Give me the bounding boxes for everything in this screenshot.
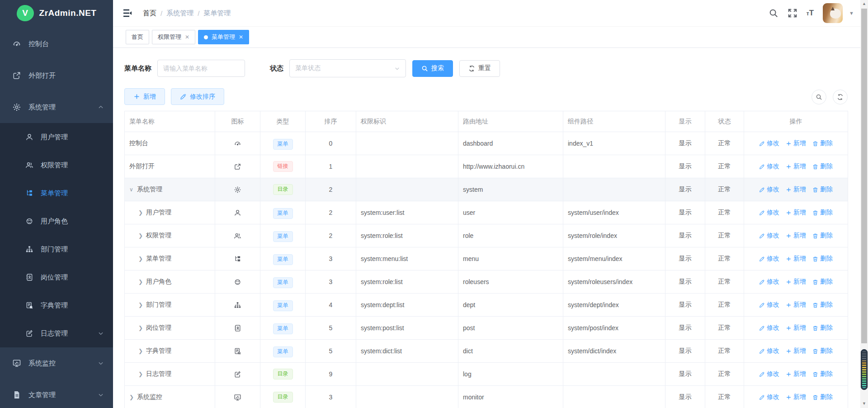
expand-closed-icon[interactable]: ❯ xyxy=(138,325,146,331)
search-icon xyxy=(421,65,428,72)
add-row-link[interactable]: 新增 xyxy=(786,393,806,401)
sidebar-item-doc[interactable]: 文章管理 xyxy=(0,379,113,408)
sidebar-item-tree[interactable]: 菜单管理 xyxy=(0,179,113,207)
expand-closed-icon[interactable]: ❯ xyxy=(138,302,146,308)
edit-row-link[interactable]: 修改 xyxy=(759,162,779,171)
table-search-toggle-icon[interactable] xyxy=(811,90,826,104)
table-header-row: 菜单名称图标类型排序权限标识路由地址组件路径显示状态操作 xyxy=(125,111,848,132)
sort-edit-button[interactable]: 修改排序 xyxy=(171,88,224,105)
add-row-link[interactable]: 新增 xyxy=(786,232,806,240)
add-button[interactable]: 新增 xyxy=(124,88,165,105)
scrollbar-thumb[interactable] xyxy=(861,9,867,343)
sidebar-item-dict[interactable]: 字典管理 xyxy=(0,291,113,319)
add-row-link[interactable]: 新增 xyxy=(786,185,806,194)
user-avatar[interactable] xyxy=(823,3,843,23)
expand-closed-icon[interactable]: ❯ xyxy=(138,256,146,262)
plus-icon xyxy=(786,279,792,285)
add-row-link[interactable]: 新增 xyxy=(786,255,806,263)
trash-icon xyxy=(812,164,818,170)
sidebar-fold-icon[interactable] xyxy=(122,8,133,19)
plus-icon xyxy=(786,348,792,354)
trash-icon xyxy=(812,371,818,377)
edit-row-link[interactable]: 修改 xyxy=(759,139,779,147)
delete-row-link[interactable]: 删除 xyxy=(812,232,833,240)
add-row-link[interactable]: 新增 xyxy=(786,162,806,171)
expand-open-icon[interactable]: ∨ xyxy=(129,186,137,193)
edit-row-link[interactable]: 修改 xyxy=(759,347,779,355)
edit-row-link[interactable]: 修改 xyxy=(759,370,779,378)
menu-name: 字典管理 xyxy=(146,347,171,355)
edit-row-link[interactable]: 修改 xyxy=(759,209,779,217)
expand-closed-icon[interactable]: ❯ xyxy=(138,232,146,239)
menu-status-select[interactable]: 菜单状态 xyxy=(289,59,406,77)
menu-name-input[interactable] xyxy=(157,60,245,77)
edit-row-link[interactable]: 修改 xyxy=(759,232,779,240)
edit-row-link[interactable]: 修改 xyxy=(759,278,779,286)
delete-row-link[interactable]: 删除 xyxy=(812,209,833,217)
reset-button[interactable]: 重置 xyxy=(459,60,500,77)
scroll-down-arrow-icon[interactable]: ▼ xyxy=(860,400,868,407)
add-row-link[interactable]: 新增 xyxy=(786,278,806,286)
refresh-icon xyxy=(468,65,475,72)
delete-row-link[interactable]: 删除 xyxy=(812,347,833,355)
edit-row-link[interactable]: 修改 xyxy=(759,393,779,401)
view-tab[interactable]: 权限管理✕ xyxy=(152,30,195,44)
order-value: 3 xyxy=(306,386,356,408)
search-button[interactable]: 搜索 xyxy=(412,60,453,77)
search-icon[interactable] xyxy=(769,8,778,18)
menu-name-label: 菜单名称 xyxy=(124,64,151,73)
add-row-link[interactable]: 新增 xyxy=(786,139,806,147)
sidebar-item-monitor[interactable]: 系统监控 xyxy=(0,347,113,379)
table-refresh-icon[interactable] xyxy=(833,90,848,104)
delete-row-link[interactable]: 删除 xyxy=(812,139,833,147)
add-row-link[interactable]: 新增 xyxy=(786,209,806,217)
expand-closed-icon[interactable]: ❯ xyxy=(138,348,146,354)
delete-row-link[interactable]: 删除 xyxy=(812,162,833,171)
sidebar-item-external[interactable]: 外部打开 xyxy=(0,60,113,91)
delete-row-link[interactable]: 删除 xyxy=(812,301,833,309)
add-row-link[interactable]: 新增 xyxy=(786,347,806,355)
view-tab[interactable]: 菜单管理✕ xyxy=(198,30,249,44)
sidebar-item-log[interactable]: 日志管理 xyxy=(0,319,113,347)
add-row-link[interactable]: 新增 xyxy=(786,370,806,378)
delete-row-link[interactable]: 删除 xyxy=(812,393,833,401)
edit-row-link[interactable]: 修改 xyxy=(759,255,779,263)
order-value: 5 xyxy=(306,340,356,363)
sidebar-item-gear[interactable]: 系统管理 xyxy=(0,91,113,123)
plus-icon xyxy=(786,210,792,216)
expand-closed-icon[interactable]: ❯ xyxy=(138,279,146,285)
view-tab[interactable]: 首页 xyxy=(126,30,149,44)
sidebar-item-gauge[interactable]: 控制台 xyxy=(0,28,113,60)
edit-row-link[interactable]: 修改 xyxy=(759,301,779,309)
user-menu-caret-icon[interactable]: ▼ xyxy=(849,10,854,16)
add-row-link[interactable]: 新增 xyxy=(786,324,806,332)
sidebar-item-robot[interactable]: 用户角色 xyxy=(0,207,113,235)
delete-row-link[interactable]: 删除 xyxy=(812,255,833,263)
order-value: 2 xyxy=(306,178,356,201)
plus-icon xyxy=(786,233,792,239)
fullscreen-icon[interactable] xyxy=(788,8,797,18)
table-row: ❯用户管理菜单2system:user:listusersystem/user/… xyxy=(125,201,848,224)
edit-row-link[interactable]: 修改 xyxy=(759,324,779,332)
expand-closed-icon[interactable]: ❯ xyxy=(138,209,146,216)
edit-row-link[interactable]: 修改 xyxy=(759,185,779,194)
app-logo[interactable]: V ZrAdmin.NET xyxy=(0,0,113,26)
breadcrumb-home[interactable]: 首页 xyxy=(143,9,156,18)
sidebar-item-sitemap[interactable]: 部门管理 xyxy=(0,235,113,263)
delete-row-link[interactable]: 删除 xyxy=(812,370,833,378)
close-tab-icon[interactable]: ✕ xyxy=(185,34,189,40)
font-size-icon[interactable]: тT xyxy=(807,9,814,18)
sidebar-item-user[interactable]: 用户管理 xyxy=(0,123,113,151)
close-tab-icon[interactable]: ✕ xyxy=(239,34,243,40)
delete-row-link[interactable]: 删除 xyxy=(812,185,833,194)
status-value: 正常 xyxy=(705,155,744,178)
perm-value: system:dict:list xyxy=(356,340,458,363)
sidebar-item-users[interactable]: 权限管理 xyxy=(0,151,113,179)
delete-row-link[interactable]: 删除 xyxy=(812,324,833,332)
add-row-link[interactable]: 新增 xyxy=(786,301,806,309)
delete-row-link[interactable]: 删除 xyxy=(812,278,833,286)
expand-closed-icon[interactable]: ❯ xyxy=(138,371,146,377)
expand-closed-icon[interactable]: ❯ xyxy=(129,394,137,400)
scroll-up-arrow-icon[interactable]: ▲ xyxy=(860,0,868,7)
sidebar-item-badge[interactable]: 岗位管理 xyxy=(0,263,113,291)
